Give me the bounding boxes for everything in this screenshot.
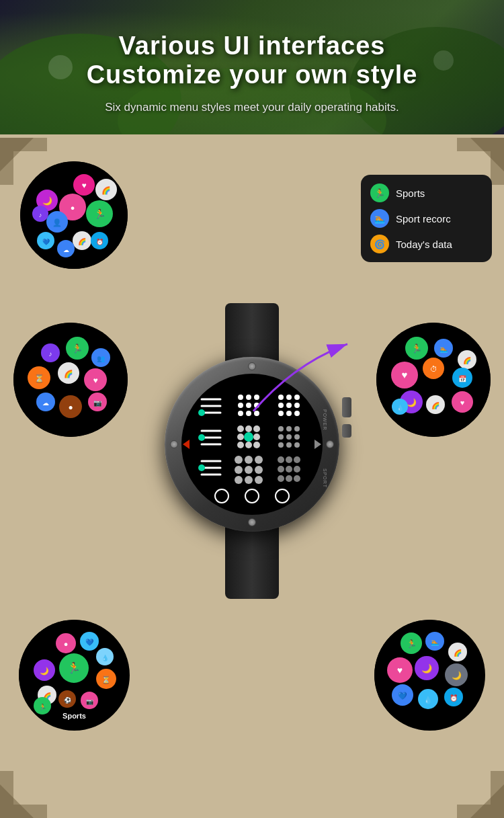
svg-point-148 [294, 434, 300, 440]
list-item-todays-data: 🌀 Today's data [370, 231, 482, 257]
todays-data-icon: 🌀 [370, 235, 389, 253]
svg-point-116 [246, 403, 251, 408]
svg-point-114 [254, 395, 259, 400]
svg-text:🏃: 🏃 [39, 703, 47, 711]
svg-point-163 [245, 476, 253, 484]
svg-text:🏃: 🏃 [407, 639, 417, 649]
watch-screw-bottom [248, 518, 256, 526]
svg-text:☁: ☁ [42, 399, 49, 407]
svg-point-159 [235, 466, 243, 474]
watch-screw-right [326, 440, 334, 448]
svg-text:👤: 👤 [52, 218, 62, 227]
svg-point-149 [278, 442, 284, 448]
svg-point-165 [278, 456, 284, 463]
svg-text:🌈: 🌈 [78, 237, 87, 246]
svg-point-137 [237, 434, 244, 440]
svg-text:⚽: ⚽ [64, 696, 72, 704]
svg-text:♥: ♥ [402, 369, 408, 380]
svg-point-161 [255, 466, 263, 474]
sports-label-text: Sports [396, 188, 425, 199]
svg-text:👥: 👥 [97, 354, 106, 363]
svg-point-119 [246, 411, 251, 416]
svg-point-164 [255, 476, 263, 484]
svg-point-122 [286, 395, 292, 400]
svg-point-151 [294, 442, 300, 448]
svg-text:💧: 💧 [423, 695, 433, 704]
svg-point-117 [254, 403, 259, 408]
watch-button-bottom[interactable] [342, 424, 351, 438]
svg-text:⏳: ⏳ [101, 675, 111, 684]
svg-point-160 [245, 466, 253, 474]
svg-text:♥: ♥ [81, 181, 86, 190]
svg-point-162 [235, 476, 243, 484]
svg-text:♪: ♪ [49, 350, 52, 358]
svg-text:💙: 💙 [42, 238, 50, 246]
svg-point-175 [245, 489, 259, 503]
svg-text:♥: ♥ [397, 665, 403, 676]
svg-text:♪: ♪ [39, 212, 42, 218]
svg-point-138 [244, 432, 253, 442]
svg-point-128 [286, 411, 292, 416]
svg-text:⏱: ⏱ [430, 365, 437, 373]
svg-point-141 [245, 442, 252, 448]
list-item-sport-record: 🏊 Sport recorc [370, 206, 482, 231]
svg-text:💙: 💙 [398, 691, 407, 700]
svg-text:🌙: 🌙 [421, 663, 433, 674]
watch-screw-top [248, 362, 256, 370]
ui-circle-bottom-right: 🏃 🏊 🌈 ♥ 🌙 🌙 💙 💧 ⏰ [374, 620, 485, 731]
svg-point-133 [198, 434, 205, 441]
svg-point-169 [286, 466, 292, 473]
svg-point-172 [286, 475, 292, 482]
svg-point-167 [294, 456, 300, 463]
svg-text:🌙: 🌙 [452, 670, 462, 680]
svg-text:🌈: 🌈 [64, 369, 73, 378]
svg-point-111 [198, 409, 205, 416]
watch-button-top[interactable] [342, 397, 351, 417]
svg-text:⏰: ⏰ [96, 238, 104, 246]
ui-circle-bottom-left: ● 💙 💧 🌙 🏃 ⏳ 🌈 ⚽ 📷 🏃 Sports [19, 620, 130, 731]
svg-text:●: ● [64, 640, 69, 648]
watch-face [181, 374, 323, 515]
title-line2: Customize your own style [87, 60, 418, 89]
svg-point-156 [235, 456, 243, 464]
svg-point-127 [278, 411, 284, 416]
svg-point-118 [238, 411, 243, 416]
svg-text:🌙: 🌙 [40, 666, 49, 676]
svg-point-155 [198, 464, 205, 471]
svg-text:📅: 📅 [458, 374, 467, 383]
header-section: Various UI interfaces Customize your own… [0, 0, 504, 148]
svg-text:📷: 📷 [93, 399, 102, 407]
svg-point-176 [276, 489, 289, 503]
watch-text-power: POWER [323, 409, 327, 430]
title-line1: Various UI interfaces [119, 32, 386, 60]
watch-band-bottom [225, 525, 279, 599]
svg-point-145 [294, 426, 300, 432]
svg-point-125 [286, 403, 292, 408]
svg-point-166 [286, 456, 292, 463]
sport-record-icon: 🏊 [370, 209, 389, 228]
svg-point-129 [294, 411, 300, 416]
corner-decoration-br [457, 771, 504, 818]
svg-text:🌙: 🌙 [42, 196, 52, 206]
svg-point-150 [286, 442, 292, 448]
page-wrapper: Various UI interfaces Customize your own… [0, 0, 504, 818]
svg-text:📷: 📷 [86, 698, 94, 706]
todays-data-label: Today's data [396, 239, 452, 250]
svg-point-147 [286, 434, 292, 440]
svg-text:🏃: 🏃 [94, 208, 106, 220]
sport-record-label: Sport recorc [396, 213, 451, 224]
svg-point-174 [215, 489, 228, 503]
ui-circle-mid-right: 🏃 🏊 🌈 ♥ ⏱ 📅 🌙 🌈 ♥ 💧 [376, 323, 491, 437]
ui-circle-mid-left: ♪ 🏃 👥 ⏳ 🌈 ♥ ☁ ● 📷 [13, 323, 128, 437]
list-item-sports: 🏃 Sports [370, 180, 482, 206]
svg-point-121 [278, 395, 284, 400]
svg-point-120 [254, 411, 259, 416]
svg-point-142 [253, 442, 260, 448]
svg-point-124 [278, 403, 284, 408]
list-ui-panel: 🏃 Sports 🏊 Sport recorc 🌀 Today's data [361, 175, 492, 262]
svg-point-143 [278, 426, 284, 432]
svg-point-144 [286, 426, 292, 432]
watch-outer-ring: POWER SPORT [165, 357, 339, 532]
svg-text:🌈: 🌈 [431, 401, 440, 410]
svg-point-112 [238, 395, 243, 400]
